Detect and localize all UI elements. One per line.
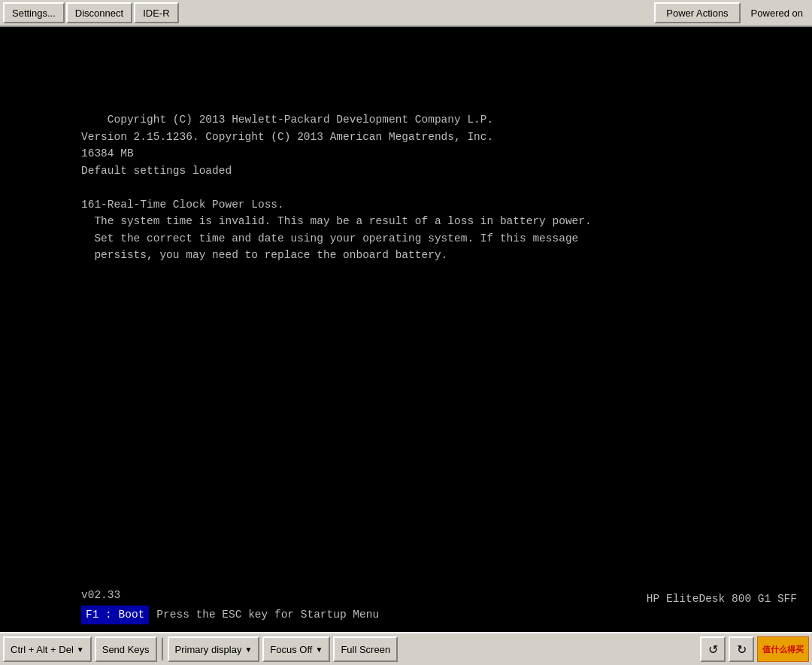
focus-off-arrow-icon: ▼ [315,645,323,654]
refresh-button[interactable]: ↺ [700,636,726,662]
console-version-row: v02.33 [81,587,797,604]
version-label: v02.33 [81,587,120,604]
primary-display-label: Primary display [175,644,242,655]
separator-1 [162,638,163,660]
send-keys-button[interactable]: Send Keys [95,636,157,662]
console-output: Copyright (C) 2013 Hewlett-Packard Devel… [81,95,592,281]
ctrl-alt-del-button[interactable]: Ctrl + Alt + Del ▼ [3,636,92,662]
ctrl-alt-del-label: Ctrl + Alt + Del [11,644,74,655]
console-area[interactable]: Copyright (C) 2013 Hewlett-Packard Devel… [0,27,812,632]
reload-button[interactable]: ↻ [729,636,754,662]
powered-on-label: Powered on [742,6,812,20]
top-toolbar-right: Power Actions Powered on [653,0,812,26]
ider-button[interactable]: IDE-R [134,2,178,23]
console-bottom: v02.33 F1 : Boot Press the ESC key for S… [81,587,797,624]
reload-icon: ↻ [737,642,747,657]
full-screen-label: Full Screen [341,644,390,655]
top-toolbar: Settings... Disconnect IDE-R Power Actio… [0,0,812,27]
power-actions-button[interactable]: Power Actions [654,2,740,23]
settings-button[interactable]: Settings... [3,2,65,23]
bottom-toolbar: Ctrl + Alt + Del ▼ Send Keys Primary dis… [0,632,812,665]
press-esc-label: Press the ESC key for Startup Menu [156,606,379,624]
disconnect-button[interactable]: Disconnect [66,2,132,23]
primary-display-button[interactable]: Primary display ▼ [168,636,260,662]
f1-boot-label: F1 : Boot [81,606,149,624]
refresh-icon: ↺ [708,642,718,657]
watermark-text: 值什么得买 [762,644,804,655]
ctrl-alt-del-arrow-icon: ▼ [77,645,84,654]
bottom-right-section: ↺ ↻ 值什么得买 [700,636,809,662]
top-toolbar-left: Settings... Disconnect IDE-R [0,1,653,25]
focus-off-label: Focus Off [270,644,312,655]
focus-off-button[interactable]: Focus Off ▼ [262,636,330,662]
full-screen-button[interactable]: Full Screen [333,636,398,662]
primary-display-arrow-icon: ▼ [244,645,252,654]
watermark: 值什么得买 [757,636,809,662]
console-boot-row: F1 : Boot Press the ESC key for Startup … [81,606,797,624]
send-keys-label: Send Keys [102,644,150,655]
